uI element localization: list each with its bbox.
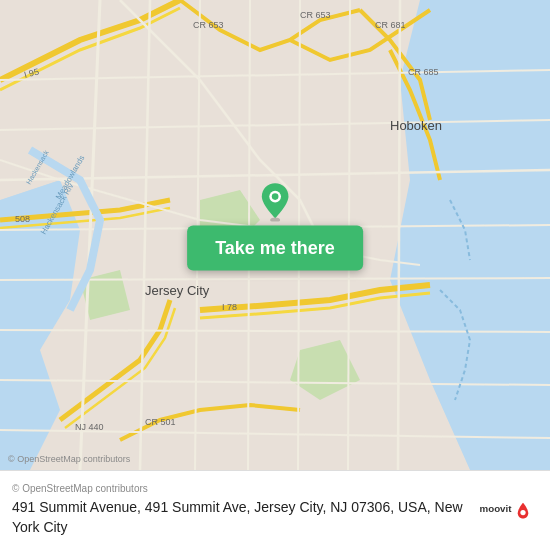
svg-text:moovit: moovit xyxy=(480,502,513,513)
svg-text:508: 508 xyxy=(15,214,30,224)
map-container: I 95 508 NJ 440 CR 501 I 78 CR 653 CR 65… xyxy=(0,0,550,470)
svg-text:© OpenStreetMap contributors: © OpenStreetMap contributors xyxy=(8,454,131,464)
svg-point-39 xyxy=(272,193,279,200)
cta-overlay: Take me there xyxy=(187,182,363,271)
svg-text:NJ 440: NJ 440 xyxy=(75,422,104,432)
svg-point-41 xyxy=(520,509,525,514)
svg-text:I 78: I 78 xyxy=(222,302,237,312)
svg-text:CR 501: CR 501 xyxy=(145,417,176,427)
location-address: 491 Summit Avenue, 491 Summit Ave, Jerse… xyxy=(12,498,466,537)
svg-text:Hoboken: Hoboken xyxy=(390,118,442,133)
footer: © OpenStreetMap contributors 491 Summit … xyxy=(0,470,550,550)
svg-text:CR 685: CR 685 xyxy=(408,67,439,77)
map-pin-icon xyxy=(255,182,295,222)
footer-text: © OpenStreetMap contributors 491 Summit … xyxy=(12,483,466,537)
take-me-there-button[interactable]: Take me there xyxy=(187,226,363,271)
svg-text:CR 653: CR 653 xyxy=(300,10,331,20)
svg-text:CR 653: CR 653 xyxy=(193,20,224,30)
moovit-logo-container: moovit xyxy=(478,491,538,531)
svg-text:CR 681: CR 681 xyxy=(375,20,406,30)
svg-text:Jersey City: Jersey City xyxy=(145,283,210,298)
map-attribution: © OpenStreetMap contributors xyxy=(12,483,466,494)
moovit-logo-svg: moovit xyxy=(478,491,538,531)
